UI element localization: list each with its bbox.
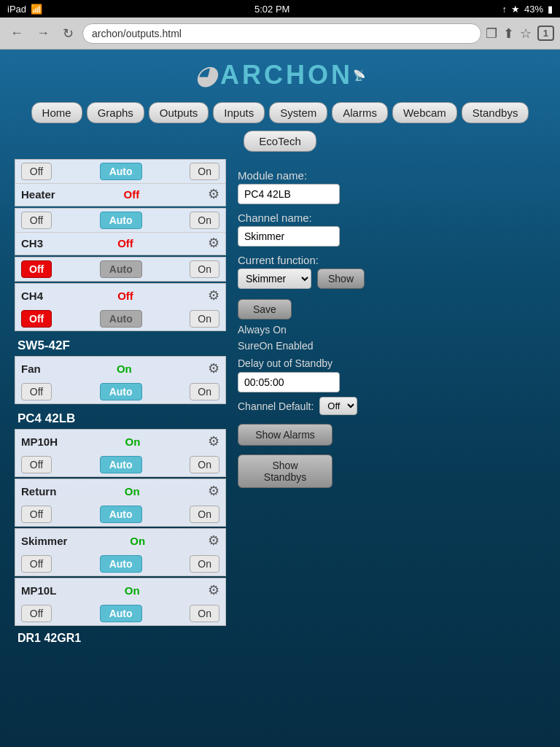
nav-home[interactable]: Home: [31, 102, 82, 123]
time-display: 5:02 PM: [254, 4, 289, 15]
heater-gear-icon[interactable]: ⚙: [208, 186, 219, 202]
share-icon[interactable]: ⬆: [503, 26, 514, 42]
nav-outputs[interactable]: Outputs: [149, 102, 209, 123]
main-content: Off Auto On Heater Off ⚙ Off Auto On: [0, 159, 560, 646]
module-name-input[interactable]: [238, 184, 340, 204]
nav-ecotech[interactable]: EcoTech: [244, 131, 316, 152]
nav-graphs[interactable]: Graphs: [87, 102, 144, 123]
ch4-name: CH4: [21, 290, 43, 302]
delay-input[interactable]: [238, 372, 340, 392]
module-name-label: Module name:: [238, 169, 545, 182]
skimmer-gear-icon[interactable]: ⚙: [208, 533, 219, 549]
channel-default-label: Channel Default:: [238, 400, 314, 412]
mp10h-on-btn[interactable]: On: [190, 456, 219, 473]
device-list: Off Auto On Heater Off ⚙ Off Auto On: [15, 159, 226, 646]
right-panel: Module name: Channel name: Current funct…: [238, 159, 545, 646]
wifi-icon: 📶: [31, 4, 42, 15]
mp10h-gear-icon[interactable]: ⚙: [208, 433, 219, 449]
ch3-gear-icon[interactable]: ⚙: [208, 235, 219, 251]
bookmark-icon[interactable]: ☆: [520, 26, 532, 42]
return-name-row: Return On ⚙: [15, 479, 225, 503]
ch3-red-on-btn[interactable]: On: [190, 260, 219, 278]
save-button[interactable]: Save: [238, 299, 292, 320]
show-standbys-button[interactable]: Show Standbys: [238, 454, 332, 488]
mp10l-auto-btn[interactable]: Auto: [100, 605, 142, 622]
signal-icon: ↑: [502, 4, 507, 15]
mp10h-auto-btn[interactable]: Auto: [100, 456, 142, 473]
show-function-button[interactable]: Show: [317, 268, 365, 289]
mp10h-control-row: Off Auto On: [15, 453, 225, 476]
ch3-control-row: Off Auto On: [15, 209, 225, 232]
mp10l-status: On: [125, 584, 140, 597]
current-fn-select[interactable]: Skimmer Always On Return Fan Heater: [238, 268, 311, 289]
mp10h-name-row: MP10H On ⚙: [15, 430, 225, 453]
ch4-auto-btn[interactable]: Auto: [100, 310, 142, 328]
heater-name-row: Heater Off ⚙: [15, 183, 225, 206]
fan-name-row: Fan On ⚙: [15, 357, 225, 380]
ch3-red-auto-btn[interactable]: Auto: [100, 260, 142, 278]
return-on-btn[interactable]: On: [190, 506, 219, 523]
return-gear-icon[interactable]: ⚙: [208, 483, 219, 499]
status-bar: iPad 📶 5:02 PM ↑ ★ 43% ▮: [0, 0, 560, 18]
channel-row-ch4: CH4 Off ⚙ Off Auto On: [15, 283, 226, 331]
mp10h-off-btn[interactable]: Off: [21, 456, 52, 473]
heater-off-btn[interactable]: Off: [21, 163, 52, 180]
battery-label: 43%: [524, 4, 543, 15]
nav-inputs[interactable]: Inputs: [213, 102, 265, 123]
ch3-red-off-btn[interactable]: Off: [21, 260, 52, 278]
fan-control-row: Off Auto On: [15, 380, 225, 403]
channel-default-select[interactable]: Off On: [319, 397, 357, 415]
forward-button[interactable]: →: [32, 24, 54, 42]
sureon-info: SureOn Enabled: [238, 340, 545, 352]
nav-bar: Home Graphs Outputs Inputs System Alarms…: [0, 98, 560, 128]
skimmer-auto-btn[interactable]: Auto: [100, 555, 142, 573]
nav-system[interactable]: System: [269, 102, 327, 123]
ch3-auto-btn[interactable]: Auto: [100, 212, 142, 229]
mp10l-gear-icon[interactable]: ⚙: [208, 582, 219, 598]
channel-row-mp10h: MP10H On ⚙ Off Auto On: [15, 429, 226, 477]
ch3-name: CH3: [21, 237, 43, 249]
group-label-pc4: PC4 42LB: [15, 406, 226, 429]
fan-auto-btn[interactable]: Auto: [100, 383, 142, 400]
mp10l-on-btn[interactable]: On: [190, 605, 219, 622]
fan-gear-icon[interactable]: ⚙: [208, 360, 219, 376]
return-off-btn[interactable]: Off: [21, 506, 52, 523]
ch3-on-btn[interactable]: On: [190, 212, 219, 229]
browser-bar: ← → ↻ ❐ ⬆ ☆ 1: [0, 18, 560, 50]
channel-row-heater: Off Auto On Heater Off ⚙: [15, 159, 226, 206]
heater-auto-btn[interactable]: Auto: [100, 163, 142, 180]
ch4-gear-icon[interactable]: ⚙: [208, 287, 219, 303]
ch4-on-btn[interactable]: On: [190, 310, 219, 328]
nav-webcam[interactable]: Webcam: [392, 102, 457, 123]
nav-alarms[interactable]: Alarms: [332, 102, 388, 123]
skimmer-on-btn[interactable]: On: [190, 555, 219, 573]
ch3-off-btn[interactable]: Off: [21, 212, 52, 229]
channel-name-label: Channel name:: [238, 212, 545, 224]
channel-row-ch3-red: Off Auto On: [15, 257, 226, 282]
heater-control-row: Off Auto On: [15, 160, 225, 183]
url-bar[interactable]: [82, 23, 481, 44]
show-alarms-button[interactable]: Show Alarms: [238, 424, 332, 446]
nav-standbys[interactable]: Standbys: [462, 102, 529, 123]
ch3-name-row: CH3 Off ⚙: [15, 232, 225, 255]
fan-off-btn[interactable]: Off: [21, 383, 52, 400]
refresh-button[interactable]: ↻: [58, 24, 78, 43]
status-right: ↑ ★ 43% ▮: [502, 4, 553, 15]
return-auto-btn[interactable]: Auto: [100, 506, 142, 523]
mp10l-control-row: Off Auto On: [15, 602, 225, 625]
mp10l-off-btn[interactable]: Off: [21, 605, 52, 622]
ch4-off-btn[interactable]: Off: [21, 310, 52, 328]
back-button[interactable]: ←: [6, 24, 28, 42]
channel-row-skimmer: Skimmer On ⚙ Off Auto On: [15, 528, 226, 576]
bluetooth-icon: ★: [511, 4, 520, 15]
skimmer-name-row: Skimmer On ⚙: [15, 529, 225, 552]
screen-icon[interactable]: ❐: [486, 26, 497, 42]
channel-name-input[interactable]: [238, 226, 340, 247]
fan-on-btn[interactable]: On: [190, 383, 219, 400]
heater-on-btn[interactable]: On: [190, 163, 219, 180]
channel-row-return: Return On ⚙ Off Auto On: [15, 479, 226, 527]
page-background: ◕ ARCHON 📡 Home Graphs Outputs Inputs Sy…: [0, 50, 560, 747]
tab-count[interactable]: 1: [537, 26, 554, 41]
skimmer-off-btn[interactable]: Off: [21, 555, 52, 573]
logo-wifi-icon: 📡: [353, 69, 365, 81]
